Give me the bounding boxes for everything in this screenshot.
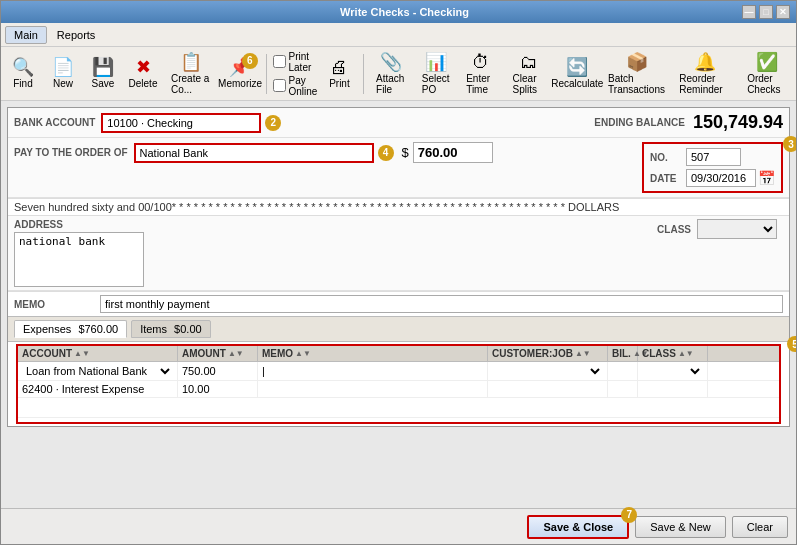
- row2-customer-cell: [488, 381, 608, 397]
- check-number-input[interactable]: [686, 148, 741, 166]
- row1-amount-input[interactable]: [182, 365, 253, 377]
- date-input-wrap: 📅: [686, 169, 775, 187]
- row2-account-value: 62400 · Interest Expense: [22, 383, 144, 395]
- sort-arrows-account: ▲▼: [74, 349, 90, 358]
- class-select[interactable]: [697, 219, 777, 239]
- class-label: CLASS: [657, 224, 691, 235]
- expenses-tab[interactable]: Expenses $760.00: [14, 320, 127, 338]
- toolbar-checkboxes: Print Later Pay Online: [273, 51, 318, 97]
- attach-icon: 📎: [380, 53, 402, 71]
- no-row: NO.: [650, 148, 775, 166]
- create-copy-button[interactable]: 📋 Create a Co...: [165, 51, 216, 97]
- find-icon: 🔍: [12, 58, 34, 76]
- class-col-header: CLASS ▲▼: [638, 346, 708, 361]
- expenses-table-wrap: 5 ACCOUNT ▲▼ AMOUNT ▲▼ MEMO ▲▼: [12, 344, 785, 424]
- row1-memo-input[interactable]: [262, 365, 483, 377]
- print-label: Print: [329, 78, 350, 89]
- amount-input[interactable]: [413, 142, 493, 163]
- reorder-reminder-button[interactable]: 🔔 Reorder Reminder: [673, 51, 737, 97]
- clear-splits-button[interactable]: 🗂 Clear Splits: [507, 51, 551, 97]
- address-textarea[interactable]: national bank: [14, 232, 144, 287]
- maximize-button[interactable]: □: [759, 5, 773, 19]
- batch-icon: 📦: [626, 53, 648, 71]
- enter-time-button[interactable]: ⏱ Enter Time: [460, 51, 502, 97]
- ending-balance-label: ENDING BALANCE: [594, 117, 685, 128]
- row2-amount-value: 10.00: [182, 383, 210, 395]
- delete-icon: ✖: [136, 58, 151, 76]
- address-label: ADDRESS: [14, 219, 144, 230]
- print-later-checkbox[interactable]: [273, 55, 286, 68]
- attach-file-button[interactable]: 📎 Attach File: [370, 51, 412, 97]
- row2-bil-cell: [608, 381, 638, 397]
- row1-customer-cell: [488, 362, 608, 380]
- memo-input[interactable]: [100, 295, 783, 313]
- create-copy-icon: 📋: [180, 53, 202, 71]
- select-po-icon: 📊: [425, 53, 447, 71]
- enter-time-label: Enter Time: [466, 73, 496, 95]
- account-header: ACCOUNT ▲▼: [18, 346, 178, 361]
- row1-class-select[interactable]: [642, 364, 703, 378]
- items-tab[interactable]: Items $0.00: [131, 320, 211, 338]
- print-later-checkbox-label[interactable]: Print Later: [273, 51, 318, 73]
- items-tab-label: Items: [140, 323, 167, 335]
- expenses-tab-amount: $760.00: [78, 323, 118, 335]
- badge-3: 3: [783, 136, 796, 152]
- new-button[interactable]: 📄 New: [45, 51, 81, 97]
- memorize-button[interactable]: 📌 Memorize 6: [220, 51, 260, 97]
- save-close-wrap: Save & Close 7: [527, 515, 629, 539]
- menu-main[interactable]: Main: [5, 26, 47, 44]
- customer-header: CUSTOMER:JOB ▲▼: [488, 346, 608, 361]
- address-section: ADDRESS national bank: [14, 219, 144, 287]
- sort-arrows-class: ▲▼: [678, 349, 694, 358]
- date-input[interactable]: [686, 169, 756, 187]
- save-close-button[interactable]: Save & Close: [527, 515, 629, 539]
- pay-online-checkbox-label[interactable]: Pay Online: [273, 75, 318, 97]
- save-new-button[interactable]: Save & New: [635, 516, 726, 538]
- pay-to-input[interactable]: [134, 143, 374, 163]
- calendar-icon[interactable]: 📅: [758, 170, 775, 186]
- main-window: Write Checks - Checking — □ ✕ Main Repor…: [0, 0, 797, 545]
- toolbar: 🔍 Find 📄 New 💾 Save ✖ Delete 📋 Create a …: [1, 47, 796, 101]
- clear-splits-label: Clear Splits: [513, 73, 545, 95]
- pay-to-label: PAY TO THE ORDER OF: [14, 147, 128, 158]
- expenses-tabs: Expenses $760.00 Items $0.00: [8, 316, 789, 342]
- table-row: 62400 · Interest Expense 10.00: [18, 381, 779, 398]
- clear-button[interactable]: Clear: [732, 516, 788, 538]
- order-checks-button[interactable]: ✅ Order Checks: [741, 51, 792, 97]
- row1-memo-cell: [258, 362, 488, 380]
- sort-arrows-memo: ▲▼: [295, 349, 311, 358]
- save-label: Save: [92, 78, 115, 89]
- save-icon: 💾: [92, 58, 114, 76]
- batch-transactions-button[interactable]: 📦 Batch Transactions: [604, 51, 670, 97]
- table-body: Loan from National Bank: [18, 362, 779, 422]
- row1-account-select[interactable]: Loan from National Bank: [22, 364, 173, 378]
- find-button[interactable]: 🔍 Find: [5, 51, 41, 97]
- close-button[interactable]: ✕: [776, 5, 790, 19]
- delete-button[interactable]: ✖ Delete: [125, 51, 161, 97]
- row1-customer-select[interactable]: [492, 364, 603, 378]
- title-bar: Write Checks - Checking — □ ✕: [1, 1, 796, 23]
- row2-class-cell: [638, 381, 708, 397]
- attach-label: Attach File: [376, 73, 406, 95]
- reorder-icon: 🔔: [694, 53, 716, 71]
- clear-splits-icon: 🗂: [520, 53, 538, 71]
- expenses-table: ACCOUNT ▲▼ AMOUNT ▲▼ MEMO ▲▼ CUSTOMER:: [16, 344, 781, 424]
- sort-arrows-amount: ▲▼: [228, 349, 244, 358]
- menu-reports[interactable]: Reports: [49, 27, 104, 43]
- print-button[interactable]: 🖨 Print: [321, 51, 357, 97]
- payto-nodate-row: PAY TO THE ORDER OF 4 $ 3 NO.: [8, 138, 789, 198]
- bank-account-row: BANK ACCOUNT 2 ENDING BALANCE 150,749.94: [8, 108, 789, 138]
- toolbar-sep-1: [266, 54, 267, 94]
- print-icon: 🖨: [330, 58, 348, 76]
- select-po-button[interactable]: 📊 Select PO: [416, 51, 456, 97]
- save-button[interactable]: 💾 Save: [85, 51, 121, 97]
- check-form: BANK ACCOUNT 2 ENDING BALANCE 150,749.94…: [7, 107, 790, 427]
- minimize-button[interactable]: —: [742, 5, 756, 19]
- pay-online-checkbox[interactable]: [273, 79, 286, 92]
- recalculate-button[interactable]: 🔄 Recalculate: [555, 51, 600, 97]
- reorder-label: Reorder Reminder: [679, 73, 731, 95]
- menu-bar: Main Reports: [1, 23, 796, 47]
- badge-4: 4: [378, 145, 394, 161]
- bank-account-input[interactable]: [101, 113, 261, 133]
- memo-row: MEMO: [8, 291, 789, 316]
